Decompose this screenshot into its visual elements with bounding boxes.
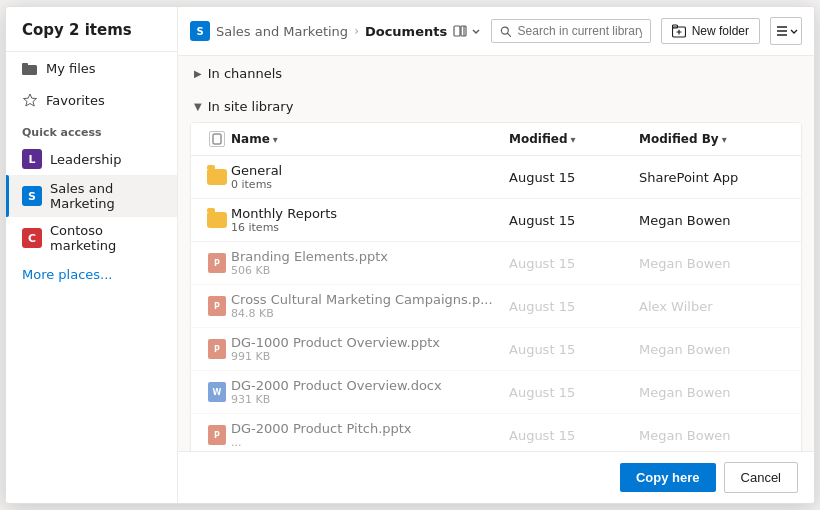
table-row[interactable]: Monthly Reports 16 items August 15 Megan… bbox=[191, 199, 801, 242]
file-name-cell: Monthly Reports 16 items bbox=[231, 206, 509, 234]
file-meta: 931 KB bbox=[231, 393, 509, 406]
file-name: DG-2000 Product Pitch.pptx bbox=[231, 421, 509, 436]
kebab-menu-button[interactable] bbox=[770, 17, 802, 45]
file-meta: 991 KB bbox=[231, 350, 509, 363]
pptx-icon: P bbox=[208, 425, 226, 445]
table-header: Name ▾ Modified ▾ Modified By ▾ bbox=[191, 123, 801, 156]
table-row: P Cross Cultural Marketing Campaigns.p..… bbox=[191, 285, 801, 328]
modified-by-column-header[interactable]: Modified By ▾ bbox=[639, 132, 789, 146]
more-places-link[interactable]: More places... bbox=[6, 259, 177, 290]
favorites-label: Favorites bbox=[46, 93, 105, 108]
sales-marketing-label: Sales and Marketing bbox=[50, 181, 161, 211]
in-channels-label: In channels bbox=[208, 66, 282, 81]
dialog-title: Copy 2 items bbox=[6, 7, 177, 52]
modified-by-cell: Alex Wilber bbox=[639, 299, 789, 314]
kebab-icon bbox=[774, 24, 790, 38]
new-folder-button[interactable]: New folder bbox=[661, 18, 760, 44]
file-meta: 84.8 KB bbox=[231, 307, 509, 320]
cancel-button[interactable]: Cancel bbox=[724, 462, 798, 493]
new-folder-label: New folder bbox=[692, 24, 749, 38]
file-icon-cell: P bbox=[203, 425, 231, 445]
file-meta: 506 KB bbox=[231, 264, 509, 277]
modified-by-cell: SharePoint App bbox=[639, 170, 789, 185]
in-site-library-chevron: ▼ bbox=[194, 101, 202, 112]
sidebar-item-contoso[interactable]: C Contoso marketing bbox=[6, 217, 177, 259]
leadership-label: Leadership bbox=[50, 152, 121, 167]
modified-cell: August 15 bbox=[509, 428, 639, 443]
quick-access-label: Quick access bbox=[6, 116, 177, 143]
search-box[interactable] bbox=[491, 19, 650, 43]
file-icon-cell: P bbox=[203, 339, 231, 359]
file-name: General bbox=[231, 163, 509, 178]
nav-favorites[interactable]: Favorites bbox=[6, 84, 177, 116]
breadcrumb-site-icon: S bbox=[190, 21, 210, 41]
star-icon bbox=[22, 92, 38, 108]
contoso-site-icon: C bbox=[22, 228, 42, 248]
footer: Copy here Cancel bbox=[178, 451, 814, 503]
modified-by-cell: Megan Bowen bbox=[639, 213, 789, 228]
search-input[interactable] bbox=[518, 24, 642, 38]
nav-my-files[interactable]: My files bbox=[6, 52, 177, 84]
file-name: Branding Elements.pptx bbox=[231, 249, 509, 264]
library-icon[interactable] bbox=[453, 24, 481, 38]
svg-marker-2 bbox=[24, 94, 37, 106]
modified-cell: August 15 bbox=[509, 256, 639, 271]
folder-icon bbox=[207, 169, 227, 185]
file-meta: ... bbox=[231, 436, 509, 449]
copy-dialog: Copy 2 items My files Favorites Quick ac… bbox=[5, 6, 815, 504]
table-row[interactable]: General 0 items August 15 SharePoint App bbox=[191, 156, 801, 199]
file-name: DG-2000 Product Overview.docx bbox=[231, 378, 509, 393]
modified-by-cell: Megan Bowen bbox=[639, 256, 789, 271]
file-name: Monthly Reports bbox=[231, 206, 509, 221]
pptx-icon: P bbox=[208, 296, 226, 316]
modified-column-header[interactable]: Modified ▾ bbox=[509, 132, 639, 146]
name-sort-icon: ▾ bbox=[273, 134, 278, 145]
pptx-icon: P bbox=[208, 339, 226, 359]
search-icon bbox=[500, 25, 511, 38]
file-name-cell: General 0 items bbox=[231, 163, 509, 191]
svg-rect-1 bbox=[22, 63, 28, 67]
sidebar-item-sales-marketing[interactable]: S Sales and Marketing bbox=[6, 175, 177, 217]
file-type-icon bbox=[209, 131, 225, 147]
table-row: W DG-2000 Product Overview.docx 931 KB A… bbox=[191, 371, 801, 414]
content-area: ▶ In channels ▼ In site library Nam bbox=[178, 56, 814, 451]
file-type-header-cell bbox=[203, 131, 231, 147]
copy-here-button[interactable]: Copy here bbox=[620, 463, 716, 492]
in-site-library-label: In site library bbox=[208, 99, 294, 114]
file-meta: 16 items bbox=[231, 221, 509, 234]
new-folder-icon bbox=[672, 24, 686, 38]
table-row: P DG-2000 Product Pitch.pptx ... August … bbox=[191, 414, 801, 451]
folder-icon bbox=[207, 212, 227, 228]
file-name-cell: DG-2000 Product Pitch.pptx ... bbox=[231, 421, 509, 449]
modified-cell: August 15 bbox=[509, 342, 639, 357]
docx-icon: W bbox=[208, 382, 226, 402]
file-name-cell: Cross Cultural Marketing Campaigns.p... … bbox=[231, 292, 509, 320]
left-panel: Copy 2 items My files Favorites Quick ac… bbox=[6, 7, 178, 503]
file-table: Name ▾ Modified ▾ Modified By ▾ Gen bbox=[190, 122, 802, 451]
in-channels-header[interactable]: ▶ In channels bbox=[178, 56, 814, 89]
modified-by-cell: Megan Bowen bbox=[639, 428, 789, 443]
file-name: DG-1000 Product Overview.pptx bbox=[231, 335, 509, 350]
contoso-label: Contoso marketing bbox=[50, 223, 161, 253]
breadcrumb: S Sales and Marketing › Documents bbox=[190, 21, 481, 41]
file-name-cell: DG-2000 Product Overview.docx 931 KB bbox=[231, 378, 509, 406]
svg-rect-15 bbox=[213, 134, 221, 144]
in-site-library-header[interactable]: ▼ In site library bbox=[178, 89, 814, 122]
breadcrumb-current: Documents bbox=[365, 24, 447, 39]
leadership-site-icon: L bbox=[22, 149, 42, 169]
file-icon-cell bbox=[203, 169, 231, 185]
modified-cell: August 15 bbox=[509, 213, 639, 228]
my-files-label: My files bbox=[46, 61, 96, 76]
svg-line-7 bbox=[508, 33, 511, 36]
table-row: P Branding Elements.pptx 506 KB August 1… bbox=[191, 242, 801, 285]
file-name-cell: DG-1000 Product Overview.pptx 991 KB bbox=[231, 335, 509, 363]
folder-icon bbox=[22, 60, 38, 76]
name-column-header[interactable]: Name ▾ bbox=[231, 132, 509, 146]
sidebar-item-leadership[interactable]: L Leadership bbox=[6, 143, 177, 175]
file-meta: 0 items bbox=[231, 178, 509, 191]
table-row: P DG-1000 Product Overview.pptx 991 KB A… bbox=[191, 328, 801, 371]
breadcrumb-site[interactable]: Sales and Marketing bbox=[216, 24, 348, 39]
file-name-cell: Branding Elements.pptx 506 KB bbox=[231, 249, 509, 277]
modified-sort-icon: ▾ bbox=[571, 134, 576, 145]
modified-cell: August 15 bbox=[509, 170, 639, 185]
